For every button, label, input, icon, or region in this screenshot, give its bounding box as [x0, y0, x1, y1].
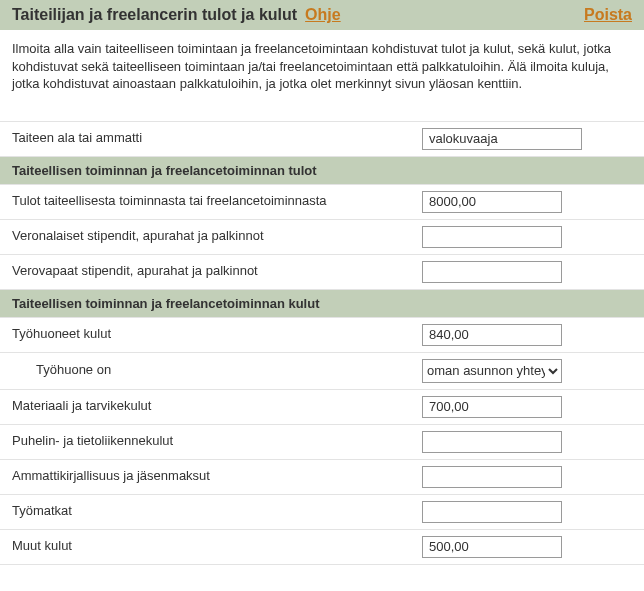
input-workspace[interactable]: [422, 324, 562, 346]
input-art-income[interactable]: [422, 191, 562, 213]
input-travel[interactable]: [422, 501, 562, 523]
label-workspace: Työhuoneet kulut: [12, 326, 422, 343]
row-literature: Ammattikirjallisuus ja jäsenmaksut: [0, 460, 644, 495]
label-travel: Työmatkat: [12, 503, 422, 520]
label-literature: Ammattikirjallisuus ja jäsenmaksut: [12, 468, 422, 485]
label-taxable-grants: Veronalaiset stipendit, apurahat ja palk…: [12, 228, 422, 245]
row-taxable-grants: Veronalaiset stipendit, apurahat ja palk…: [0, 220, 644, 255]
label-art-income: Tulot taiteellisesta toiminnasta tai fre…: [12, 193, 422, 210]
input-telecom[interactable]: [422, 431, 562, 453]
remove-link[interactable]: Poista: [584, 6, 632, 24]
input-literature[interactable]: [422, 466, 562, 488]
label-taxfree-grants: Verovapaat stipendit, apurahat ja palkin…: [12, 263, 422, 280]
row-telecom: Puhelin- ja tietoliikennekulut: [0, 425, 644, 460]
row-workspace-type: Työhuone on oman asunnon yhteydessä: [0, 353, 644, 390]
intro-text: Ilmoita alla vain taiteelliseen toiminta…: [0, 30, 644, 97]
label-telecom: Puhelin- ja tietoliikennekulut: [12, 433, 422, 450]
input-materials[interactable]: [422, 396, 562, 418]
label-workspace-type: Työhuone on: [12, 362, 422, 379]
page-title: Taiteilijan ja freelancerin tulot ja kul…: [12, 6, 297, 24]
input-profession[interactable]: [422, 128, 582, 150]
row-workspace: Työhuoneet kulut: [0, 318, 644, 353]
label-other: Muut kulut: [12, 538, 422, 555]
title-bar: Taiteilijan ja freelancerin tulot ja kul…: [0, 0, 644, 30]
row-other: Muut kulut: [0, 530, 644, 565]
section-expenses-header: Taiteellisen toiminnan ja freelancetoimi…: [0, 290, 644, 318]
row-travel: Työmatkat: [0, 495, 644, 530]
input-taxable-grants[interactable]: [422, 226, 562, 248]
label-profession: Taiteen ala tai ammatti: [12, 130, 422, 147]
input-taxfree-grants[interactable]: [422, 261, 562, 283]
section-income-header: Taiteellisen toiminnan ja freelancetoimi…: [0, 157, 644, 185]
row-profession: Taiteen ala tai ammatti: [0, 121, 644, 157]
row-taxfree-grants: Verovapaat stipendit, apurahat ja palkin…: [0, 255, 644, 290]
select-workspace-type[interactable]: oman asunnon yhteydessä: [422, 359, 562, 383]
row-art-income: Tulot taiteellisesta toiminnasta tai fre…: [0, 185, 644, 220]
help-link[interactable]: Ohje: [305, 6, 341, 24]
label-materials: Materiaali ja tarvikekulut: [12, 398, 422, 415]
input-other[interactable]: [422, 536, 562, 558]
row-materials: Materiaali ja tarvikekulut: [0, 390, 644, 425]
